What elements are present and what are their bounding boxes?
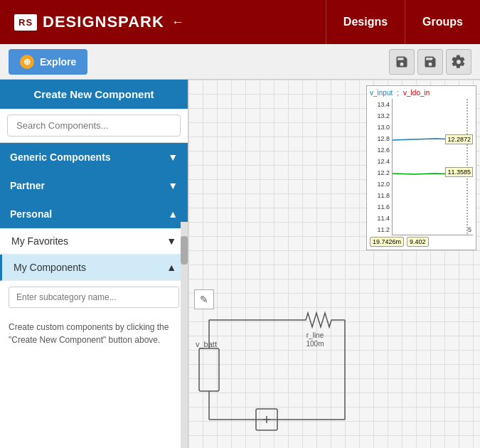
time-bottom-1: 19.7426m: [370, 237, 404, 247]
header-nav: Designs Groups: [326, 0, 480, 44]
time-x-label: 5: [468, 226, 471, 233]
personal-chevron-icon: ▲: [168, 208, 178, 220]
nav-groups[interactable]: Groups: [405, 0, 480, 44]
chart-plot: Voltage (V) 12.2872 1: [392, 99, 473, 235]
sidebar-item-favorites[interactable]: My Favorites ▼: [0, 228, 188, 255]
save-add-button[interactable]: +: [417, 49, 443, 75]
generic-chevron-icon: ▼: [168, 151, 178, 163]
svg-text:+: +: [431, 56, 434, 61]
partner-label: Partner: [10, 180, 45, 191]
y-label-114: 11.4: [370, 213, 390, 224]
svg-text:r_line: r_line: [306, 331, 324, 339]
voltage-value-1: 12.2872: [445, 134, 473, 144]
subcategory-input[interactable]: [9, 287, 179, 308]
time-bottom-2: 9.402: [407, 237, 429, 247]
explore-label: Explore: [40, 56, 76, 68]
scrollbar-thumb[interactable]: [181, 236, 188, 265]
toolbar: ⊕ Explore +: [0, 44, 480, 80]
y-label-118: 11.8: [370, 190, 390, 201]
y-label-132: 13.2: [370, 110, 390, 122]
sidebar-item-my-components[interactable]: My Components ▲: [0, 255, 188, 281]
favorites-label: My Favorites: [11, 235, 68, 247]
svg-rect-2: [199, 348, 219, 391]
settings-button[interactable]: [446, 49, 471, 75]
canvas-area: v_input ; v_ldo_in 13.4 13.2 13.0 12.8 1…: [188, 80, 480, 448]
search-input[interactable]: [7, 114, 181, 137]
chart-label-v-input: v_input: [370, 89, 393, 97]
logo-rs-box: RS: [14, 14, 37, 31]
logo-rs-text: RS: [18, 17, 33, 28]
y-label-124: 12.4: [370, 156, 390, 167]
logo-area: RS DESIGNSPARK ←: [14, 13, 184, 31]
y-label-130: 13.0: [370, 122, 390, 133]
help-text: Create custom components by clicking the…: [0, 314, 188, 353]
explore-icon: ⊕: [20, 55, 34, 69]
toolbar-icons: +: [389, 49, 471, 75]
my-components-chevron-icon: ▲: [166, 262, 176, 273]
my-components-label: My Components: [14, 262, 86, 273]
chart-body: 13.4 13.2 13.0 12.8 12.6 12.4 12.2 12.0 …: [370, 99, 473, 235]
y-label-128: 12.8: [370, 133, 390, 144]
header: RS DESIGNSPARK ← Designs Groups: [0, 0, 480, 44]
y-label-134: 13.4: [370, 99, 390, 110]
search-bar: [0, 109, 188, 143]
y-label-112: 11.2: [370, 224, 390, 235]
chart-label-v-ldo: v_ldo_in: [403, 89, 430, 97]
generic-label: Generic Components: [10, 151, 111, 163]
favorites-chevron-icon: ▼: [166, 235, 176, 247]
save-button[interactable]: [389, 49, 415, 75]
main-layout: Create New Component Generic Components …: [0, 80, 480, 448]
nav-designs[interactable]: Designs: [326, 0, 405, 44]
chart-container: v_input ; v_ldo_in 13.4 13.2 13.0 12.8 1…: [366, 85, 476, 250]
y-label-120: 12.0: [370, 178, 390, 190]
time-labels-bottom: 19.7426m 9.402: [370, 237, 473, 247]
canvas-grid: v_input ; v_ldo_in 13.4 13.2 13.0 12.8 1…: [188, 80, 480, 448]
y-axis: 13.4 13.2 13.0 12.8 12.6 12.4 12.2 12.0 …: [370, 99, 390, 235]
schematic-svg: r_line 100m: [188, 306, 480, 434]
svg-text:100m: 100m: [306, 340, 324, 348]
personal-label: Personal: [10, 208, 52, 220]
scrollbar-track: [181, 222, 188, 448]
logo-designspark: DESIGNSPARK: [43, 13, 164, 31]
pencil-icon: ✎: [200, 294, 208, 305]
logo-arrow-icon: ←: [171, 15, 184, 30]
voltage-value-2: 11.3585: [445, 167, 473, 177]
y-label-116: 11.6: [370, 201, 390, 213]
y-label-122: 12.2: [370, 167, 390, 178]
chart-legend: v_input ; v_ldo_in: [370, 89, 473, 97]
sidebar-item-partner[interactable]: Partner ▼: [0, 171, 188, 200]
sidebar-item-personal[interactable]: Personal ▲: [0, 200, 188, 228]
explore-button[interactable]: ⊕ Explore: [9, 49, 87, 75]
chart-label-separator: ;: [397, 89, 399, 97]
y-label-126: 12.6: [370, 144, 390, 156]
sidebar: Create New Component Generic Components …: [0, 80, 188, 448]
sidebar-item-generic[interactable]: Generic Components ▼: [0, 143, 188, 171]
create-new-component-button[interactable]: Create New Component: [0, 80, 188, 109]
partner-chevron-icon: ▼: [168, 180, 178, 191]
